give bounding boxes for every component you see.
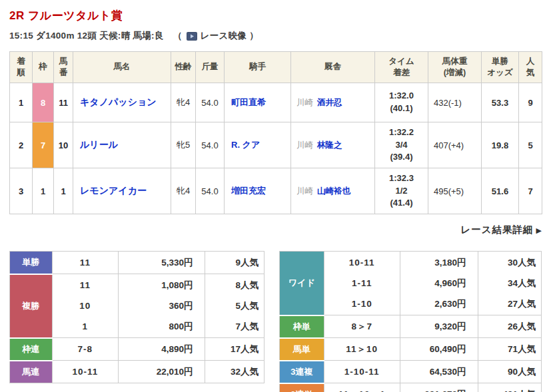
horse-name-link[interactable]: ルリール	[80, 139, 118, 150]
jockey-cell: R. クア	[225, 122, 291, 168]
payout-combo-line: 1-10	[325, 294, 399, 314]
race-conditions: 15:15 ダ1400m 12頭 天候:晴 馬場:良 （ レース映像 ）	[9, 30, 542, 42]
body-weight-cell: 432(-1)	[428, 83, 482, 122]
time-margin-cell: 1:32.0 (40.1)	[375, 83, 428, 122]
payout-row-wide: ワイド 10-11 1-11 1-10 3,180円 4,960円 2,630円…	[280, 252, 542, 315]
body-weight-cell: 407(+4)	[428, 122, 482, 168]
table-row: 3 1 1 レモンアイカー 牝4 54.0 増田充宏 川崎山崎裕也 1:32.3…	[10, 168, 542, 214]
col-header-waku: 枠	[33, 52, 54, 83]
weight-cell: 54.0	[196, 122, 225, 168]
race-result-page: 2R フルーツタルト賞 15:15 ダ1400m 12頭 天候:晴 馬場:良 （…	[0, 0, 551, 392]
jockey-cell: 増田充宏	[225, 168, 291, 214]
popularity-cell: 9	[519, 83, 542, 122]
popularity-cell: 5	[519, 122, 542, 168]
payout-combo: 11 10 1	[52, 274, 118, 338]
payout-popularity: 8人気 5人気 7人気	[205, 274, 265, 338]
race-video-link[interactable]: レース映像	[201, 30, 247, 42]
stable-cell: 川崎山崎裕也	[291, 168, 375, 214]
bet-type-label: 馬連	[10, 361, 53, 383]
trainer-link[interactable]: 山崎裕也	[317, 186, 350, 196]
jockey-link[interactable]: 町田直希	[231, 97, 266, 107]
waku-cell: 8	[33, 83, 54, 122]
col-header-time-margin: タイム 着差	[375, 52, 428, 83]
payout-combo-line: 11	[53, 275, 117, 295]
payout-amount-line: 3,180円	[401, 252, 466, 273]
rank-cell: 1	[10, 83, 33, 122]
waku-number: 7	[41, 140, 45, 150]
payout-row-sanrentan: 3連単 11＞10＞1 391,670円 481人気	[280, 383, 542, 392]
trainer-link[interactable]: 林隆之	[317, 140, 342, 150]
col-header-stable: 厩舎	[291, 52, 375, 83]
payout-amount: 9,320円	[400, 315, 478, 338]
jockey-cell: 町田直希	[225, 83, 291, 122]
payout-amount: 3,180円 4,960円 2,630円	[400, 252, 478, 315]
payout-amount-line: 2,630円	[401, 294, 466, 314]
payout-popularity-line: 7人気	[206, 316, 259, 337]
stable-cell: 川崎林隆之	[291, 122, 375, 168]
payout-row-wakutan: 枠単 8＞7 9,320円 26人気	[280, 315, 542, 338]
race-video-area: （ レース映像 ）	[171, 30, 261, 42]
jockey-link[interactable]: 増田充宏	[231, 186, 266, 196]
payout-popularity: 26人気	[478, 315, 542, 338]
payout-popularity-line: 34人気	[479, 273, 536, 294]
payout-amount: 391,670円	[400, 383, 478, 392]
waku-cell: 7	[33, 122, 54, 168]
payout-popularity-line: 27人気	[479, 294, 536, 314]
payout-amount: 5,330円	[119, 252, 205, 274]
horse-name-cell: キタノパッション	[73, 83, 171, 122]
bet-type-label: 馬単	[280, 338, 324, 361]
results-header-row: 着 順 枠 馬 番 馬名 性齢 斤量 騎手 厩舎 タイム 着差 馬体重 (増減)…	[10, 52, 542, 83]
stable-location: 川崎	[296, 140, 313, 150]
payout-amount-line: 1,080円	[119, 275, 193, 295]
stable-location: 川崎	[296, 98, 313, 107]
payout-popularity-line: 30人気	[479, 252, 536, 273]
payout-row-wakuren: 枠連 7-8 4,890円 17人気	[10, 338, 265, 361]
jockey-link[interactable]: R. クア	[231, 140, 260, 150]
payout-popularity: 90人気	[478, 361, 542, 383]
race-result-details-link[interactable]: レース結果詳細	[460, 224, 533, 235]
horse-name-link[interactable]: キタノパッション	[80, 97, 157, 107]
col-header-body-weight: 馬体重 (増減)	[428, 52, 482, 83]
bet-type-label: 3連複	[280, 361, 324, 383]
col-header-rank: 着 順	[10, 52, 33, 83]
arrow-right-icon: ▶	[536, 226, 542, 234]
waku-number: 8	[41, 98, 45, 108]
payout-amount: 64,530円	[400, 361, 478, 383]
payout-popularity: 481人気	[478, 383, 542, 392]
rank-cell: 3	[10, 168, 33, 214]
trainer-link[interactable]: 酒井忍	[317, 98, 342, 107]
payout-combo: 1-10-11	[324, 361, 400, 383]
weight-cell: 54.0	[196, 83, 225, 122]
paren-close: ）	[249, 30, 259, 42]
race-title: 2R フルーツタルト賞	[9, 8, 542, 23]
odds-cell: 53.3	[482, 83, 519, 122]
payout-combo: 11	[52, 252, 118, 274]
payout-combo: 10-11 1-11 1-10	[324, 252, 400, 315]
payout-combo-line: 10-11	[325, 252, 399, 273]
stable-location: 川崎	[296, 186, 313, 196]
popularity-cell: 7	[519, 168, 542, 214]
horse-no-cell: 11	[54, 83, 73, 122]
waku-cell: 1	[33, 168, 54, 214]
horse-no-cell: 1	[54, 168, 73, 214]
payout-combo-line: 1-11	[325, 273, 399, 294]
payout-row-umatan: 馬単 11＞10 60,490円 71人気	[280, 338, 542, 361]
payout-popularity: 9人気	[205, 252, 265, 274]
payout-amount: 60,490円	[400, 338, 478, 361]
body-weight-cell: 495(+5)	[428, 168, 482, 214]
horse-name-link[interactable]: レモンアイカー	[80, 185, 147, 196]
bet-type-label: 3連単	[280, 383, 324, 392]
video-icon[interactable]	[187, 32, 197, 41]
payout-popularity-line: 8人気	[206, 275, 259, 295]
payout-combo: 8＞7	[324, 315, 400, 338]
payout-amount: 22,010円	[119, 361, 205, 383]
paren-open: （	[173, 30, 183, 42]
payout-combo: 11＞10＞1	[324, 383, 400, 392]
col-header-popularity: 人 気	[519, 52, 542, 83]
payout-popularity: 17人気	[205, 338, 265, 361]
payout-amount-line: 800円	[119, 316, 193, 337]
horse-no-cell: 10	[54, 122, 73, 168]
bet-type-label: 枠連	[10, 338, 53, 361]
rank-cell: 2	[10, 122, 33, 168]
table-row: 1 8 11 キタノパッション 牝4 54.0 町田直希 川崎酒井忍 1:32.…	[10, 83, 542, 122]
